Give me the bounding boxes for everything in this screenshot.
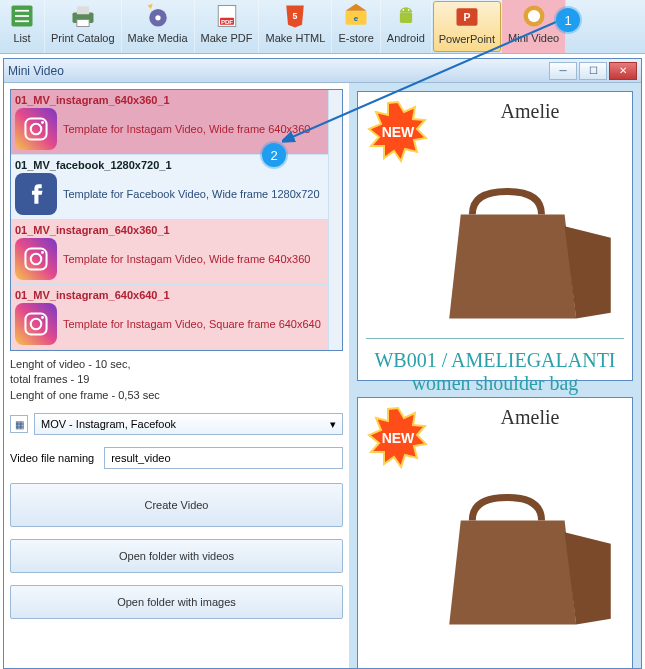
svg-rect-2 [15,15,29,17]
callout-1: 1 [556,8,580,32]
instagram-icon [15,303,57,345]
toolbar-label: Make Media [128,32,188,44]
toolbar-label: Mini Video [508,32,559,44]
template-desc: Template for Facebook Video, Wide frame … [63,188,320,200]
template-desc: Template for Instagam Video, Wide frame … [63,123,310,135]
media-icon [142,2,174,30]
scrollbar[interactable] [328,90,342,350]
svg-text:5: 5 [293,11,298,21]
svg-point-27 [31,254,42,265]
toolbar-label: Make HTML [265,32,325,44]
instagram-icon [15,108,57,150]
format-select[interactable]: MOV - Instagram, Facefook ▾ [34,413,343,435]
toolbar-make-html[interactable]: 5 Make HTML [259,0,332,53]
info-line: Lenght of one frame - 0,53 sec [10,388,343,403]
powerpoint-icon: P [451,3,483,31]
preview-panel: NEW Amelie WB001 / AMELIEGALANTI women s… [349,83,641,668]
toolbar-estore[interactable]: e E-store [332,0,380,53]
pdf-icon: PDF [211,2,243,30]
open-videos-button[interactable]: Open folder with videos [10,539,343,573]
svg-rect-1 [15,10,29,12]
video-icon [518,2,550,30]
brand-label: Amelie [501,406,560,486]
template-desc: Template for Instagam Video, Wide frame … [63,253,310,265]
svg-point-8 [155,15,160,20]
toolbar-powerpoint[interactable]: P PowerPoint [433,1,501,52]
window-title: Mini Video [8,64,64,78]
template-name: 01_MV_facebook_1280x720_1 [15,159,338,171]
svg-text:P: P [463,11,470,23]
svg-text:e: e [354,14,359,23]
svg-rect-5 [77,6,89,14]
toolbar-label: E-store [338,32,373,44]
toolbar-label: Print Catalog [51,32,115,44]
svg-point-24 [31,124,42,135]
main-toolbar: List Print Catalog Make Media PDF Make P… [0,0,645,54]
svg-text:NEW: NEW [382,124,415,140]
naming-input[interactable] [104,447,343,469]
close-button[interactable]: ✕ [609,62,637,80]
minimize-button[interactable]: ─ [549,62,577,80]
estore-icon: e [340,2,372,30]
toolbar-label: Make PDF [201,32,253,44]
svg-point-28 [41,251,44,254]
open-images-button[interactable]: Open folder with images [10,585,343,619]
toolbar-label: List [13,32,30,44]
printer-icon [67,2,99,30]
new-badge: NEW [366,406,430,470]
toolbar-make-media[interactable]: Make Media [122,0,195,53]
facebook-icon [15,173,57,215]
toolbar-label: PowerPoint [439,33,495,45]
template-item[interactable]: 01_MV_instagram_640x640_1 Template for I… [11,285,342,350]
svg-text:PDF: PDF [220,18,232,25]
svg-point-16 [402,9,404,11]
new-badge: NEW [366,100,430,164]
toolbar-print-catalog[interactable]: Print Catalog [45,0,122,53]
naming-label: Video file naming [10,452,94,464]
format-icon: ▦ [10,415,28,433]
template-name: 01_MV_instagram_640x360_1 [15,94,338,106]
svg-point-31 [41,316,44,319]
window-titlebar: Mini Video ─ ☐ ✕ [4,59,641,83]
left-panel: 01_MV_instagram_640x360_1 Template for I… [4,83,349,668]
product-image [436,486,624,636]
android-icon [390,2,422,30]
toolbar-list[interactable]: List [0,0,45,53]
svg-rect-3 [15,20,29,22]
template-name: 01_MV_instagram_640x640_1 [15,289,338,301]
template-item[interactable]: 01_MV_instagram_640x360_1 Template for I… [11,220,342,285]
product-image [436,180,624,330]
brand-label: Amelie [501,100,560,180]
svg-rect-15 [400,13,412,24]
svg-point-30 [31,319,42,330]
template-item[interactable]: 01_MV_instagram_640x360_1 Template for I… [11,90,342,155]
callout-2: 2 [262,143,286,167]
info-line: total frames - 19 [10,372,343,387]
toolbar-mini-video[interactable]: Mini Video [502,0,566,53]
create-video-button[interactable]: Create Video [10,483,343,527]
mini-video-window: Mini Video ─ ☐ ✕ 01_MV_instagram_640x360… [3,58,642,669]
svg-point-17 [408,9,410,11]
template-desc: Template for Instagam Video, Square fram… [63,318,321,330]
svg-text:NEW: NEW [382,430,415,446]
window-controls: ─ ☐ ✕ [549,62,637,80]
info-line: Lenght of video - 10 sec, [10,357,343,372]
list-icon [6,2,38,30]
toolbar-label: Android [387,32,425,44]
product-title: WB001 / AMELIEGALANTI women shoulder bag [366,339,624,395]
template-item[interactable]: 01_MV_facebook_1280x720_1 Template for F… [11,155,342,220]
svg-point-25 [41,121,44,124]
video-info: Lenght of video - 10 sec, total frames -… [10,351,343,409]
html-icon: 5 [279,2,311,30]
toolbar-make-pdf[interactable]: PDF Make PDF [195,0,260,53]
format-value: MOV - Instagram, Facefook [41,418,176,430]
template-list[interactable]: 01_MV_instagram_640x360_1 Template for I… [10,89,343,351]
preview-card: NEW Amelie [357,397,633,668]
toolbar-android[interactable]: Android [381,0,432,53]
instagram-icon [15,238,57,280]
chevron-down-icon: ▾ [330,418,336,431]
svg-point-21 [528,10,540,22]
preview-card: NEW Amelie WB001 / AMELIEGALANTI women s… [357,91,633,381]
svg-rect-6 [77,20,89,27]
maximize-button[interactable]: ☐ [579,62,607,80]
